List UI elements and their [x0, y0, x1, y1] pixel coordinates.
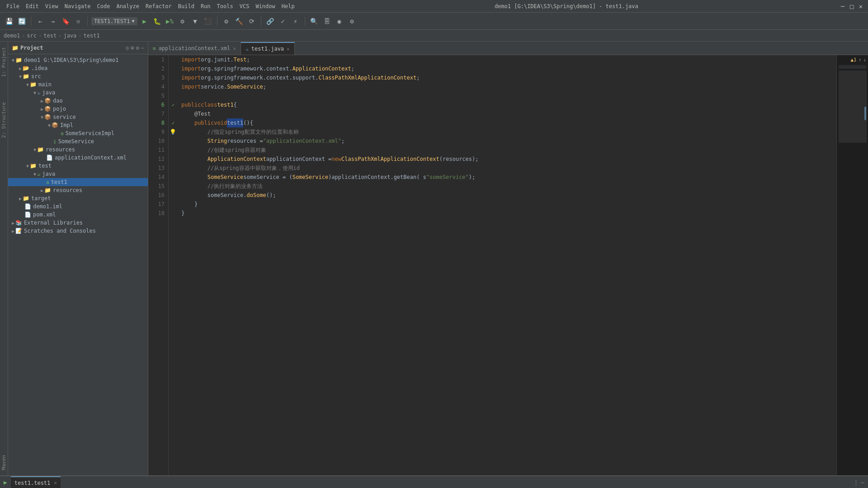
structure-label[interactable]: 2: Structure [0, 99, 8, 141]
menu-window[interactable]: Window [253, 2, 278, 10]
code-line-10: String resources = "applicationContext.x… [181, 136, 833, 145]
menu-view[interactable]: View [42, 2, 61, 10]
tree-icon-src: 📁 [23, 73, 29, 80]
project-close-icon[interactable]: — [141, 45, 144, 51]
tree-item-external-libs[interactable]: ▶ 📚 External Libraries [8, 219, 148, 227]
tab-app-context-xml[interactable]: ≋ applicationContext.xml ✕ [148, 42, 241, 55]
tree-item-demo1-iml[interactable]: 📄 demo1.iml [8, 202, 148, 211]
tree-item-resources-main[interactable]: ▼ 📁 resources [8, 145, 148, 154]
menu-edit[interactable]: Edit [23, 2, 42, 10]
menu-refactor[interactable]: Refactor [143, 2, 175, 10]
maximize-button[interactable]: □ [848, 3, 855, 10]
tree-item-src[interactable]: ▼ 📁 src [8, 72, 148, 80]
xml-tab-icon: ≋ [153, 46, 156, 52]
tree-item-pojo[interactable]: ▶ 📦 pojo [8, 105, 148, 113]
tree-item-dao[interactable]: ▶ 📦 dao [8, 97, 148, 105]
tree-item-app-context-xml[interactable]: 📄 applicationContext.xml [8, 154, 148, 162]
bookmark-button[interactable]: 🔖 [60, 16, 71, 27]
minimize-button[interactable]: ─ [839, 3, 846, 10]
window-controls[interactable]: ─ □ ✕ [839, 3, 864, 10]
project-settings-icon[interactable]: ⚙ [136, 45, 139, 51]
menu-file[interactable]: File [4, 2, 22, 10]
tree-item-scratches[interactable]: ▶ 📝 Scratches and Consoles [8, 227, 148, 235]
title-bar: File Edit View Navigate Code Analyze Ref… [0, 0, 868, 13]
rebuild-button[interactable]: ⟳ [246, 16, 257, 27]
profile-button[interactable]: ⚙ [177, 16, 188, 27]
menu-tools[interactable]: Tools [214, 2, 236, 10]
test-coverage-button[interactable]: ✓ [278, 16, 288, 27]
gutter-7 [169, 109, 178, 118]
more-run-button[interactable]: ▼ [190, 16, 201, 27]
code-view[interactable]: import org.junit.Test; import org.spring… [178, 55, 836, 475]
tree-icon-some-service-impl: a [61, 131, 64, 136]
run-more-options[interactable]: ⋮ [853, 479, 859, 486]
tree-item-service[interactable]: ▼ 📦 service [8, 113, 148, 121]
build-button[interactable]: ⚒ [73, 16, 84, 27]
tree-item-pom-xml[interactable]: 📄 pom.xml [8, 211, 148, 219]
run-button[interactable]: ▶ [139, 16, 150, 27]
run-anything-button[interactable]: ⚡ [290, 16, 301, 27]
tab-close-app-context-xml[interactable]: ✕ [233, 46, 236, 52]
tab-close-test1-java[interactable]: ✕ [287, 46, 290, 52]
tree-item-impl[interactable]: ▼ 📦 Impl [8, 121, 148, 129]
menu-run[interactable]: Run [198, 2, 213, 10]
breadcrumb-item-java[interactable]: java [63, 33, 76, 39]
database-button[interactable]: 🗄 [321, 16, 332, 27]
bulb-icon[interactable]: 💡 [170, 129, 176, 135]
attach-debugger-button[interactable]: 🔗 [265, 16, 276, 27]
undo-button[interactable]: ← [35, 16, 46, 27]
stop-button[interactable]: ⬛ [203, 16, 213, 27]
run-tab-test1[interactable]: test1.test1 ✕ [11, 476, 61, 488]
inspect-button[interactable]: ⚙ [347, 16, 358, 27]
run-tab-close[interactable]: ✕ [54, 480, 57, 486]
tree-item-test1[interactable]: a test1 [8, 178, 148, 186]
breadcrumb-item-src[interactable]: src [27, 33, 37, 39]
tree-item-target[interactable]: ▶ 📁 target [8, 194, 148, 202]
expand-all-icon[interactable]: ⊞ [131, 45, 134, 51]
coverage-button[interactable]: ▶% [165, 16, 175, 27]
menu-vcs[interactable]: VCS [237, 2, 252, 10]
tree-item-java-main[interactable]: ▼ ☕ java [8, 89, 148, 97]
menu-bar[interactable]: File Edit View Navigate Code Analyze Ref… [4, 2, 297, 10]
maven-label[interactable]: Maven [0, 451, 8, 474]
run-config-selector[interactable]: TEST1.TEST1 ▼ [91, 17, 137, 25]
tree-item-main[interactable]: ▼ 📁 main [8, 80, 148, 89]
locate-icon[interactable]: ◎ [126, 45, 129, 51]
menu-code[interactable]: Code [94, 2, 113, 10]
tree-icon-service: 📦 [44, 114, 51, 120]
build-project-button[interactable]: 🔨 [234, 16, 245, 27]
close-button[interactable]: ✕ [857, 3, 864, 10]
menu-help[interactable]: Help [279, 2, 297, 10]
find-usages-button[interactable]: 🔍 [309, 16, 320, 27]
menu-navigate[interactable]: Navigate [62, 2, 94, 10]
tab-test1-java[interactable]: ☕ test1.java ✕ [241, 42, 295, 55]
warning-down-icon[interactable]: ↓ [863, 57, 866, 63]
save-all-button[interactable]: 💾 [4, 16, 14, 27]
project-panel-label[interactable]: 1: Project [0, 43, 8, 80]
breadcrumb-item-test[interactable]: test [43, 33, 57, 39]
tree-arrow-main: ▼ [26, 82, 29, 87]
gutter-6[interactable]: ✓ [169, 100, 178, 109]
gutter-8[interactable]: ✓ [169, 118, 178, 127]
tree-item-test[interactable]: ▼ 📁 test [8, 162, 148, 170]
project-panel: 📁 Project ◎ ⊞ ⚙ — ▼ 📁 demo1 G:\IDEA\S3\S… [8, 42, 148, 475]
run-config-label: TEST1.TEST1 [94, 18, 130, 24]
tree-item-idea[interactable]: ▶ 📂 .idea [8, 64, 148, 72]
warning-up-icon[interactable]: ↑ [859, 57, 862, 63]
menu-build[interactable]: Build [175, 2, 197, 10]
search-everywhere-button[interactable]: ◉ [334, 16, 345, 27]
tree-icon-pojo: 📦 [44, 106, 51, 112]
breadcrumb-item-project[interactable]: demo1 [4, 33, 20, 39]
breadcrumb-item-test1[interactable]: test1 [84, 33, 100, 39]
run-minimize[interactable]: — [861, 479, 864, 486]
debug-button[interactable]: 🐛 [152, 16, 163, 27]
sync-button[interactable]: 🔄 [16, 16, 27, 27]
tree-item-resources-test[interactable]: ▶ 📁 resources [8, 186, 148, 194]
menu-analyze[interactable]: Analyze [113, 2, 142, 10]
redo-button[interactable]: → [47, 16, 58, 27]
tree-item-some-service[interactable]: i SomeService [8, 137, 148, 145]
tree-item-java-test[interactable]: ▼ ☕ java [8, 170, 148, 178]
settings-sync-button[interactable]: ⚙ [221, 16, 232, 27]
tree-item-demo1[interactable]: ▼ 📁 demo1 G:\IDEA\S3\Spring\demo1 [8, 56, 148, 64]
tree-item-some-service-impl[interactable]: a SomeServiceImpl [8, 129, 148, 137]
